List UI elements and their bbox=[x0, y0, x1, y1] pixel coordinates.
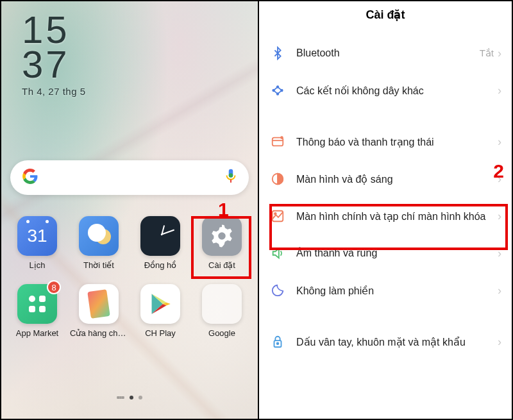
chevron-right-icon: › bbox=[498, 335, 501, 349]
setting-row-wireless[interactable]: Các kết nối không dây khác› bbox=[263, 72, 508, 109]
fingerprint-icon bbox=[268, 335, 287, 349]
setting-label: Không làm phiền bbox=[287, 285, 498, 297]
chevron-right-icon: › bbox=[498, 135, 501, 149]
chevron-right-icon: › bbox=[498, 284, 501, 298]
annotation-number-2: 2 bbox=[493, 160, 504, 182]
setting-row-dnd[interactable]: Không làm phiền› bbox=[263, 272, 508, 309]
setting-value: Tắt bbox=[480, 47, 498, 59]
voice-search-icon[interactable] bbox=[224, 168, 237, 187]
chevron-right-icon: › bbox=[498, 47, 501, 60]
annotation-highlight-1 bbox=[191, 216, 251, 279]
bluetooth-icon bbox=[268, 46, 287, 60]
chevron-right-icon: › bbox=[498, 84, 501, 97]
setting-row-fingerprint[interactable]: Dấu vân tay, khuôn mặt và mật khẩu› bbox=[263, 323, 508, 360]
clock-minute: 37 bbox=[22, 47, 86, 82]
setting-label: Dấu vân tay, khuôn mặt và mật khẩu bbox=[287, 336, 498, 348]
setting-label: Màn hình và độ sáng bbox=[287, 173, 498, 185]
calendar-icon: 31 bbox=[17, 216, 57, 256]
settings-screen: Cài đặt BluetoothTắt›Các kết nối không d… bbox=[258, 1, 512, 419]
settings-list[interactable]: BluetoothTắt›Các kết nối không dây khác›… bbox=[259, 35, 512, 360]
weather-icon bbox=[79, 216, 119, 256]
clock-date: Th 4, 27 thg 5 bbox=[22, 86, 86, 97]
badge-count: 8 bbox=[47, 280, 61, 294]
theme-store-icon bbox=[79, 284, 119, 324]
annotation-number-1: 1 bbox=[218, 199, 229, 221]
page-indicator[interactable] bbox=[117, 396, 142, 399]
dnd-icon bbox=[268, 283, 287, 298]
setting-label: Bluetooth bbox=[287, 47, 480, 59]
svg-point-10 bbox=[280, 136, 283, 139]
setting-row-bluetooth[interactable]: BluetoothTắt› bbox=[263, 35, 508, 72]
app-play-store[interactable]: CH Play bbox=[130, 284, 191, 338]
app-market-icon: 8 bbox=[17, 284, 57, 324]
homescreen-pane: 15 37 Th 4, 27 thg 5 31 Lịch Thời tiết bbox=[1, 1, 258, 419]
svg-point-15 bbox=[277, 342, 279, 344]
app-theme-store[interactable]: Cửa hàng chủ đề bbox=[68, 284, 130, 338]
wireless-icon bbox=[268, 83, 287, 97]
clock-hour: 15 bbox=[22, 13, 86, 47]
settings-title: Cài đặt bbox=[259, 8, 512, 22]
notification-icon bbox=[268, 135, 287, 149]
app-clock[interactable]: Đồng hồ bbox=[130, 216, 191, 270]
play-store-icon bbox=[140, 284, 180, 324]
display-icon bbox=[268, 172, 287, 186]
setting-label: Các kết nối không dây khác bbox=[287, 85, 498, 97]
google-search-bar[interactable] bbox=[10, 160, 249, 195]
app-weather[interactable]: Thời tiết bbox=[68, 216, 130, 270]
annotation-highlight-2 bbox=[269, 204, 508, 250]
setting-label: Thông báo và thanh trạng thái bbox=[287, 136, 498, 148]
app-calendar[interactable]: 31 Lịch bbox=[6, 216, 68, 270]
google-logo-icon bbox=[22, 168, 38, 187]
setting-row-display[interactable]: Màn hình và độ sáng› bbox=[263, 160, 508, 197]
setting-row-notification[interactable]: Thông báo và thanh trạng thái› bbox=[263, 123, 508, 160]
svg-rect-1 bbox=[229, 173, 233, 178]
folder-icon bbox=[202, 284, 242, 324]
clock-widget[interactable]: 15 37 Th 4, 27 thg 5 bbox=[22, 13, 86, 97]
app-google-folder[interactable]: Google bbox=[191, 284, 253, 338]
app-market[interactable]: 8 App Market bbox=[6, 284, 68, 338]
clock-app-icon bbox=[140, 216, 180, 256]
